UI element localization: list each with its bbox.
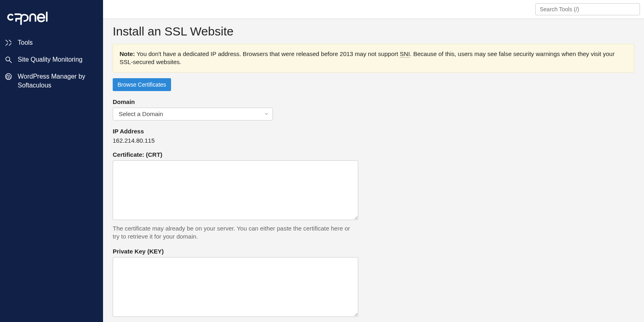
page-title: Install an SSL Website <box>113 25 634 38</box>
crt-help: The certificate may already be on your s… <box>113 224 358 241</box>
ip-group: IP Address 162.214.80.115 <box>113 128 634 144</box>
sidebar-item-site-quality[interactable]: Site Quality Monitoring <box>4 51 99 68</box>
domain-label: Domain <box>113 98 634 105</box>
note-alert: Note: You don't have a dedicated IP addr… <box>113 44 634 73</box>
domain-select[interactable]: Select a Domain <box>113 108 273 120</box>
sidebar: Tools Site Quality Monitoring WordPress … <box>0 0 103 322</box>
brand-logo[interactable] <box>0 0 103 34</box>
domain-group: Domain Select a Domain <box>113 98 634 120</box>
sidebar-item-label: Tools <box>18 38 99 47</box>
crt-label: Certificate: (CRT) <box>113 151 634 158</box>
sidebar-item-label: WordPress Manager by Softaculous <box>18 72 99 89</box>
crt-textarea[interactable] <box>113 160 358 220</box>
sidebar-item-tools[interactable]: Tools <box>4 34 99 51</box>
note-label: Note: <box>120 50 135 57</box>
browse-certificates-button[interactable]: Browse Certificates <box>113 78 171 91</box>
key-textarea[interactable] <box>113 257 358 317</box>
note-text-before: You don't have a dedicated IP address. B… <box>135 50 400 57</box>
ip-value: 162.214.80.115 <box>113 137 634 144</box>
search-icon <box>4 55 13 64</box>
crt-group: Certificate: (CRT) The certificate may a… <box>113 151 634 241</box>
wordpress-icon <box>4 72 13 81</box>
main-area: Install an SSL Website Note: You don't h… <box>103 0 644 322</box>
tools-icon <box>4 38 13 47</box>
domain-select-wrap: Select a Domain <box>113 108 273 120</box>
nav-list: Tools Site Quality Monitoring WordPress … <box>0 34 103 93</box>
topbar <box>103 0 644 19</box>
search-input[interactable] <box>535 3 640 15</box>
sni-abbr: SNI <box>400 50 410 58</box>
content: Install an SSL Website Note: You don't h… <box>103 19 644 322</box>
key-label: Private Key (KEY) <box>113 248 634 255</box>
key-group: Private Key (KEY) The private key may al… <box>113 248 634 322</box>
svg-point-0 <box>6 57 10 61</box>
svg-line-1 <box>10 61 12 63</box>
sidebar-item-wordpress-manager[interactable]: WordPress Manager by Softaculous <box>4 68 99 93</box>
sidebar-item-label: Site Quality Monitoring <box>18 55 99 64</box>
ip-label: IP Address <box>113 128 634 135</box>
